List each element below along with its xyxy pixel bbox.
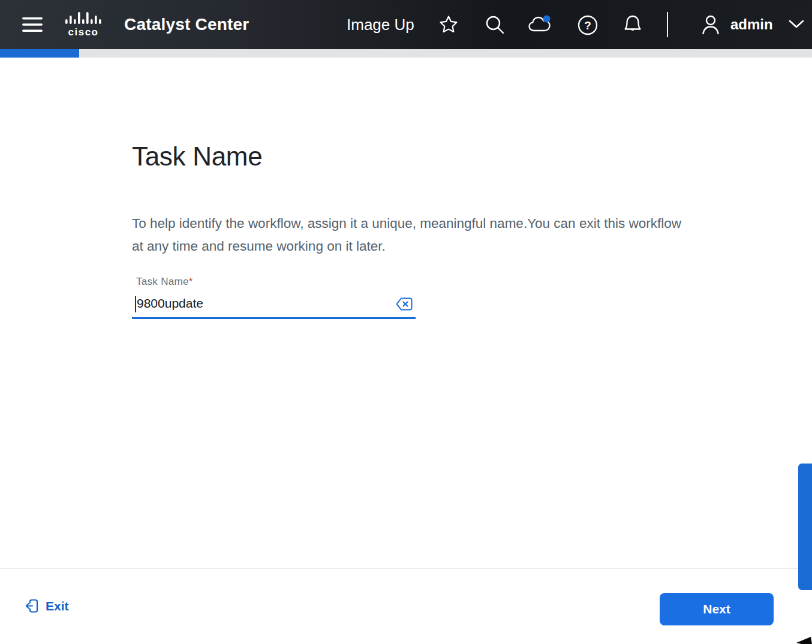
workflow-title: Image Up: [347, 14, 414, 35]
cisco-logo[interactable]: cisco: [61, 11, 106, 38]
page-description: To help identify the workflow, assign it…: [132, 212, 687, 258]
workflow-progress-fill: [0, 49, 79, 58]
brand-title: Catalyst Center: [124, 13, 249, 36]
svg-text:cisco: cisco: [68, 26, 99, 38]
right-scroll-indicator[interactable]: [798, 464, 812, 590]
task-name-field-wrap: [132, 291, 416, 319]
cloud-status-icon[interactable]: [528, 14, 548, 35]
page: cisco Catalyst Center Image Up: [0, 0, 812, 644]
mouse-cursor: [795, 630, 812, 644]
star-icon[interactable]: [438, 14, 459, 35]
exit-icon: [24, 598, 40, 614]
bell-icon[interactable]: [622, 14, 643, 35]
exit-label: Exit: [46, 599, 69, 613]
svg-text:?: ?: [584, 19, 591, 32]
task-name-label: Task Name*: [136, 276, 193, 288]
next-button[interactable]: Next: [660, 593, 774, 625]
chevron-down-icon[interactable]: [787, 19, 808, 39]
task-name-input[interactable]: [132, 291, 416, 317]
username-label[interactable]: admin: [730, 16, 773, 34]
user-icon[interactable]: [700, 14, 720, 34]
task-name-label-text: Task Name: [136, 276, 189, 287]
footer-bar: Exit Next: [0, 568, 812, 644]
help-icon[interactable]: ?: [577, 14, 597, 35]
clear-input-icon[interactable]: [395, 297, 413, 311]
exit-button[interactable]: Exit: [24, 598, 69, 614]
search-icon[interactable]: [485, 14, 505, 35]
workflow-progress-track: [0, 49, 812, 58]
app-header: cisco Catalyst Center Image Up: [0, 0, 812, 49]
header-divider: [667, 12, 668, 37]
page-title: Task Name: [132, 142, 262, 171]
hamburger-menu-icon[interactable]: [22, 16, 43, 33]
text-caret: [135, 296, 136, 312]
required-asterisk: *: [189, 276, 193, 287]
